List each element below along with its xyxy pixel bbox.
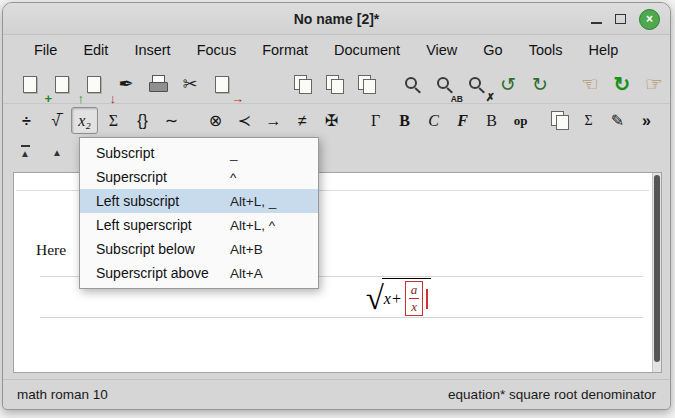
fraction-button[interactable]: ÷ <box>13 107 40 134</box>
big-operator-button[interactable]: Σ <box>100 107 127 134</box>
bold-b-icon: B <box>399 113 410 129</box>
symbols-palette-button[interactable]: Σ <box>575 107 602 134</box>
back-button[interactable]: ☜ <box>575 69 605 99</box>
menu-focus[interactable]: Focus <box>184 38 250 62</box>
menu-file[interactable]: File <box>21 38 70 62</box>
fraction-numerator: a <box>409 283 420 297</box>
scroll-top-button[interactable]: ▲ <box>13 140 37 164</box>
find-replace-button[interactable]: AB <box>429 69 459 99</box>
symbols-palette-icon: Σ <box>584 114 592 128</box>
menu-item-superscript[interactable]: Superscript ^ <box>80 165 318 189</box>
gamma-icon: Γ <box>371 113 380 129</box>
relation-button[interactable]: ≺ <box>231 107 258 134</box>
menu-view[interactable]: View <box>413 38 470 62</box>
save-document-button[interactable]: ↓ <box>79 69 109 99</box>
clipboard-icon <box>357 75 376 94</box>
paste-button[interactable] <box>319 69 349 99</box>
save-document-icon <box>87 76 101 93</box>
operator-button[interactable]: op <box>507 107 534 134</box>
window-controls: × <box>591 3 660 35</box>
negation-button[interactable]: ≠ <box>289 107 316 134</box>
maximize-icon <box>615 14 626 24</box>
vertical-scrollbar[interactable] <box>652 173 661 372</box>
back-hand-icon: ☜ <box>581 74 599 94</box>
open-document-button[interactable]: ↑ <box>47 69 77 99</box>
window-title: No name [2]* <box>294 11 380 27</box>
printer-icon <box>148 75 168 93</box>
menu-item-superscript-above[interactable]: Superscript above Alt+A <box>80 261 318 285</box>
calligraphic-font-button[interactable]: C <box>420 107 447 134</box>
arrow-button[interactable]: → <box>260 107 287 134</box>
script-dropdown-menu: Subscript _ Superscript ^ Left subscript… <box>79 137 319 289</box>
forward-button[interactable]: ☞ <box>639 69 669 99</box>
status-bar: math roman 10 equation* square root deno… <box>3 379 670 409</box>
export-icon <box>215 76 229 93</box>
fraktur-f-icon: F <box>457 113 468 129</box>
close-icon: × <box>646 13 653 25</box>
bold-font-button[interactable]: B <box>391 107 418 134</box>
shortcut-label: ^ <box>230 170 308 185</box>
minimize-button[interactable] <box>591 14 602 24</box>
redo-icon: ↻ <box>532 75 548 94</box>
maximize-button[interactable] <box>615 14 626 24</box>
menu-item-left-subscript[interactable]: Left subscript Alt+L, _ <box>80 189 318 213</box>
calligraphic-c-icon: C <box>428 113 439 129</box>
script-button[interactable]: x₂ <box>71 107 98 134</box>
menu-item-subscript-below[interactable]: Subscript below Alt+B <box>80 237 318 261</box>
redo-button[interactable]: ↻ <box>525 69 555 99</box>
refresh-icon: ↻ <box>614 74 631 94</box>
equation: √ x+ a x <box>366 278 432 315</box>
menu-help[interactable]: Help <box>576 38 632 62</box>
minimize-icon <box>591 14 602 24</box>
cut-button[interactable]: ✂ <box>175 69 205 99</box>
print-button[interactable] <box>143 69 173 99</box>
toolbar-overflow-button[interactable]: » <box>633 107 660 134</box>
pen-icon: ✒ <box>118 75 133 93</box>
copy-icon <box>293 75 312 94</box>
new-document-button[interactable]: + <box>15 69 45 99</box>
clipboard-button[interactable] <box>351 69 381 99</box>
menu-tools[interactable]: Tools <box>516 38 576 62</box>
blackboard-font-button[interactable]: B <box>478 107 505 134</box>
search-icon <box>403 75 422 94</box>
scrollbar-thumb[interactable] <box>654 175 660 362</box>
edit-tool-button[interactable]: ✒ <box>111 69 141 99</box>
blackboard-b-icon: B <box>486 113 497 129</box>
menu-item-subscript[interactable]: Subscript _ <box>80 141 318 165</box>
close-button[interactable]: × <box>639 9 660 30</box>
scissors-icon: ✂ <box>182 75 197 93</box>
spell-check-button[interactable]: ✗ <box>461 69 491 99</box>
precedes-icon: ≺ <box>238 113 251 129</box>
fraktur-font-button[interactable]: F <box>449 107 476 134</box>
menu-insert[interactable]: Insert <box>121 38 183 62</box>
wide-accent-button[interactable]: ∼ <box>158 107 185 134</box>
square-root-icon: √‾ <box>51 113 59 129</box>
circled-operator-button[interactable]: ⊗ <box>202 107 229 134</box>
pencil-edit-button[interactable]: ✎ <box>604 107 631 134</box>
focus-cursor-box: a x <box>405 281 424 315</box>
refresh-button[interactable]: ↻ <box>607 69 637 99</box>
copy-button[interactable] <box>287 69 317 99</box>
menu-format[interactable]: Format <box>249 38 321 62</box>
sigma-icon: Σ <box>109 113 118 129</box>
status-left: math roman 10 <box>17 387 108 402</box>
script-icon: x₂ <box>78 113 91 129</box>
menu-edit[interactable]: Edit <box>70 38 121 62</box>
menu-go[interactable]: Go <box>470 38 515 62</box>
brackets-button[interactable]: {} <box>129 107 156 134</box>
titlebar[interactable]: No name [2]* × <box>3 3 670 35</box>
open-document-icon <box>55 76 69 93</box>
fraction-denominator: x <box>409 300 419 314</box>
scroll-up-button[interactable]: ▲ <box>45 140 69 164</box>
export-button[interactable]: → <box>207 69 237 99</box>
documents-palette-button[interactable] <box>546 107 573 134</box>
menu-document[interactable]: Document <box>321 38 413 62</box>
square-root-button[interactable]: √‾ <box>42 107 69 134</box>
misc-symbol-button[interactable]: ✠ <box>318 107 345 134</box>
greek-letter-button[interactable]: Γ <box>362 107 389 134</box>
search-button[interactable] <box>397 69 427 99</box>
shortcut-label: Alt+B <box>230 242 308 257</box>
undo-button[interactable]: ↺ <box>493 69 523 99</box>
menu-item-left-superscript[interactable]: Left superscript Alt+L, ^ <box>80 213 318 237</box>
main-toolbar: + ↑ ↓ ✒ ✂ → AB ✗ ↺ ↻ ☜ ↻ ☞ <box>3 65 670 103</box>
